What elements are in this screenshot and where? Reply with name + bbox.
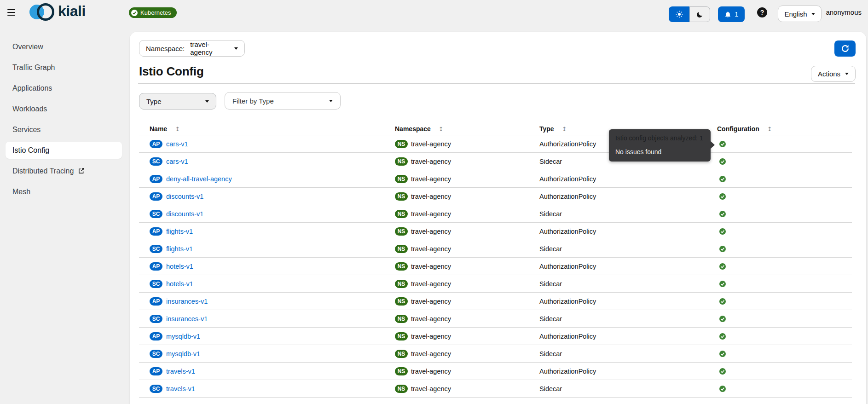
- sort-icon[interactable]: ↕: [562, 126, 567, 133]
- success-check-icon[interactable]: [719, 246, 726, 252]
- success-check-icon[interactable]: [719, 228, 726, 235]
- namespace-name: travel-agency: [411, 350, 451, 358]
- table-row: AP travels-v1 NS travel-agency Authoriza…: [139, 363, 852, 380]
- namespace-badge: NS: [395, 332, 408, 341]
- object-type-badge: AP: [150, 140, 162, 148]
- config-name-link[interactable]: flights-v1: [166, 228, 193, 235]
- dark-theme-button[interactable]: [689, 6, 710, 22]
- config-name-link[interactable]: cars-v1: [166, 158, 188, 165]
- app-header: kiali Kubernetes 1 ? English anonymous: [0, 0, 868, 24]
- config-analysis-tooltip: Istio config objects analyzed: 1 No issu…: [609, 129, 711, 162]
- user-menu[interactable]: anonymous: [826, 0, 862, 24]
- table-row: SC cars-v1 NS travel-agency Sidecar: [139, 153, 852, 170]
- success-check-icon[interactable]: [719, 333, 726, 340]
- config-name-link[interactable]: mysqldb-v1: [166, 350, 200, 358]
- language-dropdown[interactable]: English: [778, 6, 822, 22]
- namespace-name: travel-agency: [411, 140, 451, 148]
- sidebar-item-distributed-tracing[interactable]: Distributed Tracing: [0, 161, 128, 181]
- caret-down-icon: [845, 73, 849, 75]
- success-check-icon[interactable]: [719, 368, 726, 375]
- config-name-link[interactable]: deny-all-travel-agency: [166, 175, 232, 183]
- page-title: Istio Config: [139, 64, 204, 79]
- success-check-icon[interactable]: [719, 263, 726, 270]
- config-name-link[interactable]: insurances-v1: [166, 315, 208, 323]
- config-name-link[interactable]: hotels-v1: [166, 263, 193, 270]
- help-button[interactable]: ?: [757, 7, 767, 17]
- sidebar-item-traffic-graph[interactable]: Traffic Graph: [0, 57, 128, 78]
- config-name-link[interactable]: travels-v1: [166, 385, 195, 392]
- config-name-link[interactable]: discounts-v1: [166, 210, 203, 218]
- success-check-icon[interactable]: [719, 176, 726, 182]
- external-link-icon: [78, 168, 84, 174]
- sun-icon: [676, 11, 683, 18]
- object-type-badge: SC: [150, 210, 162, 218]
- kubernetes-cluster-badge: Kubernetes: [129, 7, 177, 18]
- object-type-badge: SC: [150, 280, 162, 288]
- namespace-name: travel-agency: [411, 298, 451, 305]
- actions-dropdown[interactable]: Actions: [811, 66, 856, 82]
- notification-count-badge: 1: [735, 11, 739, 18]
- namespace-name: travel-agency: [411, 228, 451, 235]
- config-name-link[interactable]: hotels-v1: [166, 280, 193, 288]
- check-circle-icon: [131, 10, 138, 16]
- success-check-icon[interactable]: [719, 386, 726, 392]
- namespace-badge: NS: [395, 262, 408, 271]
- success-check-icon[interactable]: [719, 193, 726, 200]
- success-check-icon[interactable]: [719, 316, 726, 322]
- table-body: AP cars-v1 NS travel-agency Authorizatio…: [139, 135, 852, 398]
- object-type-badge: SC: [150, 157, 162, 166]
- sidebar-item-mesh[interactable]: Mesh: [0, 181, 128, 202]
- column-header-namespace: Namespace↕: [395, 125, 539, 133]
- sidebar-item-overview[interactable]: Overview: [0, 36, 128, 57]
- type-filter-dropdown[interactable]: Type: [139, 93, 216, 110]
- success-check-icon[interactable]: [719, 351, 726, 357]
- config-type: Sidecar: [539, 315, 717, 323]
- namespace-badge: NS: [395, 175, 408, 183]
- sidebar-item-label: Applications: [12, 84, 52, 92]
- namespace-dropdown[interactable]: Namespace: travel-agency: [139, 40, 245, 57]
- namespace-badge: NS: [395, 350, 408, 358]
- filter-by-type-dropdown[interactable]: Filter by Type: [225, 92, 341, 110]
- sidebar-item-services[interactable]: Services: [0, 119, 128, 140]
- success-check-icon[interactable]: [719, 281, 726, 287]
- sidebar-item-workloads[interactable]: Workloads: [0, 98, 128, 119]
- object-type-badge: AP: [150, 367, 162, 375]
- object-type-badge: AP: [150, 332, 162, 341]
- config-name-link[interactable]: cars-v1: [166, 140, 188, 148]
- success-check-icon[interactable]: [719, 141, 726, 147]
- table-row: SC hotels-v1 NS travel-agency Sidecar: [139, 275, 852, 293]
- light-theme-button[interactable]: [669, 6, 689, 22]
- namespace-badge: NS: [395, 297, 408, 306]
- caret-down-icon: [205, 100, 209, 103]
- cluster-badge-label: Kubernetes: [140, 9, 171, 16]
- config-type: Sidecar: [539, 210, 717, 218]
- success-check-icon[interactable]: [719, 158, 726, 165]
- sidebar-item-applications[interactable]: Applications: [0, 78, 128, 98]
- sort-icon[interactable]: ↕: [439, 126, 444, 133]
- config-name-link[interactable]: mysqldb-v1: [166, 333, 200, 340]
- menu-toggle-icon[interactable]: [7, 8, 18, 17]
- success-check-icon[interactable]: [719, 298, 726, 305]
- sidebar-item-label: Traffic Graph: [12, 63, 55, 72]
- refresh-button[interactable]: [834, 40, 856, 57]
- sort-icon[interactable]: ↕: [767, 126, 772, 133]
- notifications-button[interactable]: 1: [718, 6, 745, 22]
- config-name-link[interactable]: discounts-v1: [166, 193, 203, 200]
- success-check-icon[interactable]: [719, 211, 726, 217]
- type-filter-label: Type: [146, 98, 162, 105]
- object-type-badge: AP: [150, 175, 162, 183]
- namespace-name: travel-agency: [411, 263, 451, 270]
- table-row: AP cars-v1 NS travel-agency Authorizatio…: [139, 135, 852, 153]
- config-name-link[interactable]: insurances-v1: [166, 298, 208, 305]
- namespace-badge: NS: [395, 280, 408, 288]
- sort-icon[interactable]: ↕: [175, 126, 180, 133]
- sidebar-item-istio-config[interactable]: Istio Config: [0, 140, 128, 161]
- config-type: AuthorizationPolicy: [539, 263, 717, 270]
- config-type: AuthorizationPolicy: [539, 175, 717, 183]
- object-type-badge: SC: [150, 385, 162, 393]
- object-type-badge: SC: [150, 350, 162, 358]
- caret-down-icon: [811, 13, 815, 15]
- config-name-link[interactable]: flights-v1: [166, 245, 193, 253]
- config-name-link[interactable]: travels-v1: [166, 368, 195, 375]
- config-type: AuthorizationPolicy: [539, 228, 717, 235]
